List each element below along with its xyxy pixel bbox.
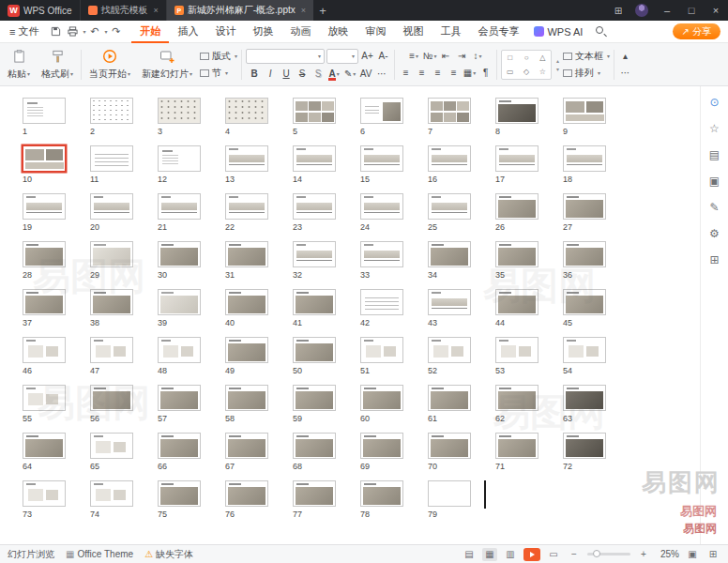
shape-gallery[interactable]: □ ○ △ ▭ ◇ ☆ xyxy=(501,50,552,80)
slide-thumbnail-1[interactable] xyxy=(23,98,66,124)
zoom-slider[interactable] xyxy=(587,553,630,555)
tab-home[interactable]: 开始 xyxy=(131,21,169,43)
normal-view-icon[interactable]: ▤ xyxy=(462,548,477,561)
slide-thumbnail-8[interactable] xyxy=(495,98,538,124)
slide-sorter-view-icon[interactable]: ▦ xyxy=(482,548,497,561)
slide-thumbnail-48[interactable] xyxy=(158,337,201,363)
slide-thumbnail-16[interactable] xyxy=(428,145,471,172)
slide-thumbnail-29[interactable] xyxy=(90,241,133,267)
slide-thumbnail-49[interactable] xyxy=(225,337,268,363)
slide-thumbnail-32[interactable] xyxy=(293,241,336,267)
slide-thumbnail-24[interactable] xyxy=(360,193,403,220)
slide-thumbnail-59[interactable] xyxy=(293,385,336,411)
tab-slideshow[interactable]: 放映 xyxy=(319,21,356,43)
numbering-icon[interactable]: №▾ xyxy=(423,49,437,63)
text-direction-icon[interactable]: ¶ xyxy=(478,66,493,80)
file-menu-button[interactable]: ≡ 文件 xyxy=(0,24,48,38)
slide-thumbnail-78[interactable] xyxy=(360,480,403,507)
slide-thumbnail-64[interactable] xyxy=(23,433,66,459)
apps-grid-icon[interactable]: ⊞ xyxy=(608,6,629,16)
slide-thumbnail-35[interactable] xyxy=(495,241,538,267)
text-shadow-button[interactable]: S xyxy=(311,67,326,81)
slide-thumbnail-9[interactable] xyxy=(563,98,606,124)
slide-thumbnail-50[interactable] xyxy=(293,337,336,363)
undo-icon[interactable]: ↶ xyxy=(86,25,102,38)
close-button[interactable]: × xyxy=(704,0,728,21)
tab-insert[interactable]: 插入 xyxy=(169,21,206,43)
tab-view[interactable]: 视图 xyxy=(394,21,432,43)
new-tab-button[interactable]: + xyxy=(313,4,332,18)
slide-thumbnail-58[interactable] xyxy=(225,385,268,411)
line-spacing-icon[interactable]: ↕▾ xyxy=(471,49,485,63)
slide-thumbnail-30[interactable] xyxy=(158,241,201,267)
fullscreen-icon[interactable]: ⊞ xyxy=(705,548,720,561)
slide-thumbnail-72[interactable] xyxy=(563,433,606,459)
play-from-current-button[interactable]: 当页开始▾ xyxy=(85,48,134,82)
align-right-icon[interactable]: ≡ xyxy=(431,66,445,80)
slide-thumbnail-43[interactable] xyxy=(428,289,471,315)
section-button[interactable]: 节▾ xyxy=(200,67,237,80)
bold-button[interactable]: B xyxy=(248,67,262,81)
font-family-select[interactable]: ▾ xyxy=(246,49,325,64)
new-slide-button[interactable]: 新建幻灯片▾ xyxy=(138,48,196,82)
slide-thumbnail-22[interactable] xyxy=(225,193,268,220)
layout-button[interactable]: 版式▾ xyxy=(200,50,237,63)
slide-thumbnail-19[interactable] xyxy=(23,193,66,220)
slide-thumbnail-53[interactable] xyxy=(495,337,538,363)
favorites-icon[interactable]: ☆ xyxy=(709,122,720,135)
close-tab-icon[interactable]: × xyxy=(301,6,306,15)
slide-thumbnail-57[interactable] xyxy=(158,385,201,411)
paste-button[interactable]: 粘贴▾ xyxy=(4,48,34,82)
slide-thumbnail-60[interactable] xyxy=(360,385,403,411)
slide-thumbnail-2[interactable] xyxy=(90,98,133,124)
slide-thumbnail-74[interactable] xyxy=(90,480,133,507)
slide-thumbnail-17[interactable] xyxy=(495,145,538,172)
slide-thumbnail-68[interactable] xyxy=(293,433,336,459)
apps-icon[interactable]: ⊞ xyxy=(709,253,719,266)
tab-member[interactable]: 会员专享 xyxy=(469,21,527,43)
slideshow-play-button[interactable] xyxy=(523,548,540,561)
slide-thumbnail-69[interactable] xyxy=(360,433,403,459)
slide-thumbnail-10[interactable] xyxy=(23,145,66,172)
slide-thumbnail-75[interactable] xyxy=(158,480,201,507)
slide-thumbnail-13[interactable] xyxy=(225,145,268,172)
doc-tab-template-store[interactable]: 找靓壳模板 × xyxy=(80,0,166,21)
slide-thumbnail-41[interactable] xyxy=(293,289,336,315)
columns-icon[interactable]: ▦▾ xyxy=(463,66,477,80)
strikethrough-button[interactable]: S xyxy=(296,67,310,81)
notes-icon[interactable]: ✎ xyxy=(709,201,719,214)
char-spacing-button[interactable]: AV xyxy=(359,67,373,81)
slide-thumbnail-62[interactable] xyxy=(495,385,538,411)
align-left-icon[interactable]: ≡ xyxy=(399,66,413,80)
slide-thumbnail-67[interactable] xyxy=(225,433,268,459)
slide-thumbnail-36[interactable] xyxy=(563,241,606,267)
slide-thumbnail-52[interactable] xyxy=(428,337,471,363)
user-avatar[interactable] xyxy=(635,4,648,17)
slide-thumbnail-46[interactable] xyxy=(23,337,66,363)
slide-thumbnail-5[interactable] xyxy=(293,98,336,124)
slide-thumbnail-65[interactable] xyxy=(90,433,133,459)
doc-tab-current[interactable]: P 新城苏州棉麻厂-概念.pptx × xyxy=(166,0,313,21)
slide-thumbnail-54[interactable] xyxy=(563,337,606,363)
collapse-ribbon-icon[interactable]: ▴ xyxy=(618,49,632,63)
slide-thumbnail-77[interactable] xyxy=(293,480,336,507)
slide-thumbnail-28[interactable] xyxy=(23,241,66,267)
fit-window-icon[interactable]: ▣ xyxy=(685,548,700,561)
outline-panel-icon[interactable]: ▤ xyxy=(709,148,720,161)
slide-thumbnail-51[interactable] xyxy=(360,337,403,363)
align-justify-icon[interactable]: ≡ xyxy=(447,66,461,80)
italic-button[interactable]: I xyxy=(264,67,278,81)
font-color-button[interactable]: A▾ xyxy=(327,67,341,81)
format-painter-button[interactable]: 格式刷▾ xyxy=(38,48,77,82)
redo-icon[interactable]: ↷ xyxy=(108,25,124,38)
font-size-select[interactable]: ▾ xyxy=(326,49,358,64)
search-button[interactable] xyxy=(593,23,610,40)
slide-thumbnail-66[interactable] xyxy=(158,433,201,459)
print-icon[interactable] xyxy=(65,26,81,37)
slide-thumbnail-79[interactable] xyxy=(428,480,471,507)
slide-thumbnail-25[interactable] xyxy=(428,193,471,220)
missing-font-warning[interactable]: ⚠ 缺失字体 xyxy=(144,548,193,561)
slide-thumbnail-20[interactable] xyxy=(90,193,133,220)
bullets-icon[interactable]: ≡▾ xyxy=(407,49,421,63)
slide-thumbnail-26[interactable] xyxy=(495,193,538,220)
